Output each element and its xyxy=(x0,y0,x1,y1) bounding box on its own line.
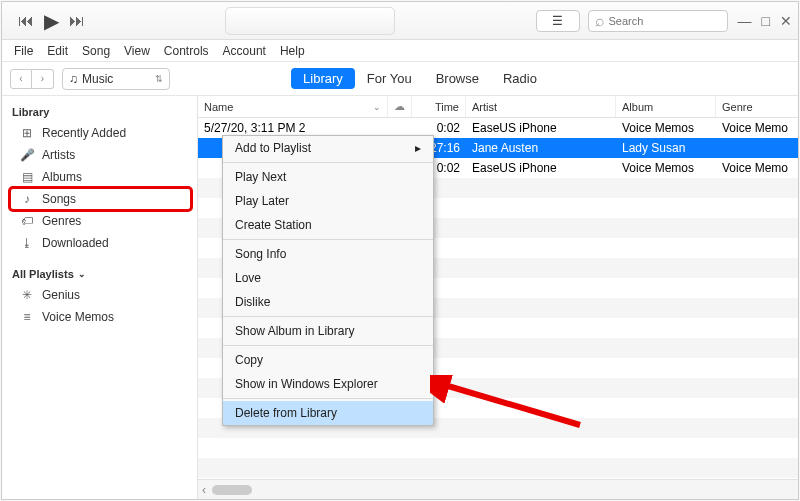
cell-genre: Voice Memo xyxy=(716,161,798,175)
column-cloud[interactable]: ☁ xyxy=(388,96,412,117)
menu-item-add-to-playlist[interactable]: Add to Playlist▸ xyxy=(223,136,433,160)
menu-song[interactable]: Song xyxy=(82,44,110,58)
list-view-button[interactable]: ☰ xyxy=(536,10,580,32)
cell-album: Voice Memos xyxy=(616,161,716,175)
menu-separator xyxy=(223,345,433,346)
menu-item-show-in-windows-explorer[interactable]: Show in Windows Explorer xyxy=(223,372,433,396)
sidebar-playlist-voice-memos[interactable]: ≡Voice Memos xyxy=(10,306,191,328)
menu-item-copy[interactable]: Copy xyxy=(223,348,433,372)
tab-radio[interactable]: Radio xyxy=(491,68,549,89)
menu-separator xyxy=(223,162,433,163)
minimize-button[interactable]: — xyxy=(738,13,752,29)
sidebar-item-songs[interactable]: ♪Songs xyxy=(10,188,191,210)
sidebar-item-artists[interactable]: 🎤Artists xyxy=(10,144,191,166)
sidebar-item-downloaded[interactable]: ⭳Downloaded xyxy=(10,232,191,254)
menu-item-create-station[interactable]: Create Station xyxy=(223,213,433,237)
next-track-button[interactable]: ⏭ xyxy=(69,12,85,30)
menu-separator xyxy=(223,316,433,317)
menu-item-love[interactable]: Love xyxy=(223,266,433,290)
tab-for-you[interactable]: For You xyxy=(355,68,424,89)
recently-added-icon: ⊞ xyxy=(20,126,34,140)
column-artist[interactable]: Artist xyxy=(466,96,616,117)
updown-icon: ⇅ xyxy=(155,74,163,84)
source-selector[interactable]: ♫ Music ⇅ xyxy=(62,68,170,90)
menu-item-label: Love xyxy=(235,271,261,285)
forward-button[interactable]: › xyxy=(32,69,54,89)
cell-artist: EaseUS iPhone xyxy=(466,121,616,135)
search-icon: ⌕ xyxy=(595,12,605,30)
scrollbar-thumb[interactable] xyxy=(212,485,252,495)
sidebar-item-label: Genius xyxy=(42,288,80,302)
sidebar-item-genres[interactable]: 🏷Genres xyxy=(10,210,191,232)
downloaded-icon: ⭳ xyxy=(20,236,34,250)
menu-account[interactable]: Account xyxy=(223,44,266,58)
maximize-button[interactable]: □ xyxy=(762,13,770,29)
menu-item-dislike[interactable]: Dislike xyxy=(223,290,433,314)
cloud-icon: ☁ xyxy=(394,100,405,113)
menu-view[interactable]: View xyxy=(124,44,150,58)
sidebar-section-library: Library xyxy=(12,106,191,118)
prev-track-button[interactable]: ⏮ xyxy=(18,12,34,30)
menu-separator xyxy=(223,239,433,240)
sort-indicator-icon: ⌄ xyxy=(373,102,381,112)
menu-separator xyxy=(223,398,433,399)
menu-item-label: Song Info xyxy=(235,247,286,261)
sidebar-item-label: Voice Memos xyxy=(42,310,114,324)
horizontal-scrollbar[interactable]: ‹ xyxy=(198,479,798,499)
menu-item-label: Add to Playlist xyxy=(235,141,311,155)
albums-icon: ▤ xyxy=(20,170,34,184)
menu-item-delete-from-library[interactable]: Delete from Library xyxy=(223,401,433,425)
table-row-empty xyxy=(198,438,798,458)
scroll-left-icon[interactable]: ‹ xyxy=(202,483,206,497)
menu-item-show-album-in-library[interactable]: Show Album in Library xyxy=(223,319,433,343)
menu-edit[interactable]: Edit xyxy=(47,44,68,58)
menu-item-label: Copy xyxy=(235,353,263,367)
close-button[interactable]: ✕ xyxy=(780,13,792,29)
column-time[interactable]: Time xyxy=(412,96,466,117)
menu-item-label: Delete from Library xyxy=(235,406,337,420)
sidebar-item-label: Albums xyxy=(42,170,82,184)
sidebar-item-recently-added[interactable]: ⊞Recently Added xyxy=(10,122,191,144)
menu-controls[interactable]: Controls xyxy=(164,44,209,58)
view-tabs: LibraryFor YouBrowseRadio xyxy=(178,68,662,89)
music-note-icon: ♫ xyxy=(69,72,78,86)
search-field[interactable]: ⌕ xyxy=(588,10,728,32)
source-selector-label: Music xyxy=(82,72,113,86)
sidebar-section-playlists[interactable]: All Playlists ⌄ xyxy=(12,268,191,280)
column-genre[interactable]: Genre xyxy=(716,96,798,117)
cell-time: 0:02 xyxy=(412,121,466,135)
cell-album: Voice Memos xyxy=(616,121,716,135)
menu-item-song-info[interactable]: Song Info xyxy=(223,242,433,266)
menu-item-label: Play Later xyxy=(235,194,289,208)
menu-item-label: Show Album in Library xyxy=(235,324,354,338)
menu-item-label: Show in Windows Explorer xyxy=(235,377,378,391)
sidebar-item-label: Genres xyxy=(42,214,81,228)
sidebar-item-albums[interactable]: ▤Albums xyxy=(10,166,191,188)
menu-item-play-later[interactable]: Play Later xyxy=(223,189,433,213)
genres-icon: 🏷 xyxy=(20,214,34,228)
songs-icon: ♪ xyxy=(20,192,34,206)
column-name[interactable]: Name ⌄ xyxy=(198,96,388,117)
tab-browse[interactable]: Browse xyxy=(424,68,491,89)
voice-memos-icon: ≡ xyxy=(20,310,34,324)
table-row-empty xyxy=(198,458,798,478)
title-bar: ⏮ ▶ ⏭ ☰ ⌕ — □ ✕ xyxy=(2,2,798,40)
sidebar-item-label: Recently Added xyxy=(42,126,126,140)
search-input[interactable] xyxy=(609,15,721,27)
table-header: Name ⌄ ☁ Time Artist Album Genre xyxy=(198,96,798,118)
menu-help[interactable]: Help xyxy=(280,44,305,58)
menu-item-label: Dislike xyxy=(235,295,270,309)
genius-icon: ✳ xyxy=(20,288,34,302)
cell-genre: Voice Memo xyxy=(716,121,798,135)
play-button[interactable]: ▶ xyxy=(44,9,59,33)
sidebar-playlist-genius[interactable]: ✳Genius xyxy=(10,284,191,306)
tab-library[interactable]: Library xyxy=(291,68,355,89)
back-button[interactable]: ‹ xyxy=(10,69,32,89)
column-album[interactable]: Album xyxy=(616,96,716,117)
menu-bar: FileEditSongViewControlsAccountHelp xyxy=(2,40,798,62)
menu-file[interactable]: File xyxy=(14,44,33,58)
menu-item-play-next[interactable]: Play Next xyxy=(223,165,433,189)
sidebar-item-label: Songs xyxy=(42,192,76,206)
now-playing-panel xyxy=(225,7,395,35)
submenu-arrow-icon: ▸ xyxy=(415,141,421,155)
